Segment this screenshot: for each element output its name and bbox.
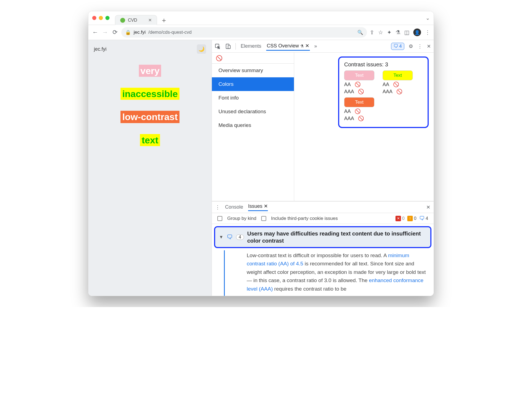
prohibited-icon: 🚫	[355, 81, 361, 87]
search-icon[interactable]: 🔍	[357, 30, 363, 35]
flask-icon: ⚗	[300, 44, 304, 48]
window-controls	[92, 16, 110, 20]
issues-counter[interactable]: 🗨4	[391, 43, 404, 50]
reload-button[interactable]: ⟳	[111, 29, 119, 36]
prohibited-icon: 🚫	[358, 89, 364, 95]
kebab-menu-icon[interactable]: ⋮	[417, 43, 422, 49]
settings-icon[interactable]: ⚙	[409, 43, 413, 49]
tab-elements[interactable]: Elements	[240, 42, 262, 50]
prohibited-icon: 🚫	[358, 115, 364, 121]
tab-issues[interactable]: Issues ✕	[248, 203, 268, 211]
close-devtools-icon[interactable]: ✕	[427, 43, 431, 49]
close-drawer-icon[interactable]: ✕	[426, 204, 430, 210]
panel-icon[interactable]: ◫	[404, 29, 409, 36]
svg-rect-2	[228, 45, 230, 49]
sidebar-item-colors[interactable]: Colors	[212, 77, 294, 91]
rendered-page: jec.fyi 🌙 very inaccessible low-contrast…	[88, 40, 212, 296]
close-icon[interactable]: ✕	[264, 203, 268, 209]
sample-text: very	[139, 65, 161, 77]
browser-tab[interactable]: CVD ✕	[115, 15, 157, 25]
lock-icon: 🔒	[125, 30, 131, 35]
theme-toggle[interactable]: 🌙	[197, 44, 206, 54]
sample-text: inaccessible	[120, 88, 179, 100]
devtools-toolbar: Elements CSS Overview ⚗ ✕ » 🗨4 ⚙ ⋮ ✕	[212, 40, 434, 53]
extensions-icon[interactable]: ✦	[387, 29, 392, 36]
warning-icon: !	[407, 216, 413, 221]
inspect-icon[interactable]	[215, 43, 221, 49]
sidebar-item-unused-declarations[interactable]: Unused declarations	[212, 105, 294, 118]
issue-icon: 🗨	[227, 234, 233, 241]
error-icon: ✕	[395, 216, 401, 221]
clear-icon[interactable]: 🚫	[212, 53, 294, 64]
issue-row[interactable]: ▼ 🗨 4 Users may have difficulties readin…	[214, 226, 431, 248]
forward-button[interactable]: →	[102, 29, 109, 36]
issue-count-badge: 4	[236, 234, 244, 240]
url-path: /demo/cds-quest-cvd	[148, 30, 192, 35]
contrast-swatch[interactable]: Text	[383, 70, 413, 80]
device-icon[interactable]	[225, 43, 231, 49]
bookmark-icon[interactable]: ☆	[378, 29, 383, 36]
devtools-drawer: ⋮ Console Issues ✕ ✕ Group by kind Inclu…	[212, 201, 434, 296]
close-icon[interactable]: ✕	[305, 43, 309, 49]
issue-title: Users may have difficulties reading text…	[247, 230, 426, 244]
sample-text: low-contrast	[120, 111, 179, 123]
zoom-window-button[interactable]	[105, 16, 110, 20]
url-input[interactable]: 🔒 jec.fyi/demo/cds-quest-cvd 🔍	[121, 27, 367, 38]
labs-icon[interactable]: ⚗	[395, 29, 400, 36]
sidebar-item-media-queries[interactable]: Media queries	[212, 118, 294, 132]
close-window-button[interactable]	[92, 16, 96, 20]
label-include-third-party: Include third-party cookie issues	[271, 216, 338, 221]
devtools-panel: Elements CSS Overview ⚗ ✕ » 🗨4 ⚙ ⋮ ✕ 🚫 O…	[212, 40, 434, 296]
share-icon[interactable]: ⇪	[370, 29, 374, 36]
css-overview-detail: Contrast issues: 3 Text AA🚫 AAA🚫 Text AA…	[294, 53, 434, 201]
tab-title: CVD	[128, 18, 137, 23]
contrast-swatch[interactable]: Text	[344, 97, 374, 107]
css-overview-sidebar: 🚫 Overview summary Colors Font info Unus…	[212, 53, 294, 201]
site-name: jec.fyi	[94, 46, 106, 52]
browser-window: CVD ✕ + ⌄ ← → ⟳ 🔒 jec.fyi/demo/cds-quest…	[88, 11, 434, 296]
content-area: jec.fyi 🌙 very inaccessible low-contrast…	[88, 40, 434, 296]
more-tabs-icon[interactable]: »	[314, 43, 317, 49]
tab-css-overview[interactable]: CSS Overview ⚗ ✕	[266, 42, 310, 51]
titlebar: CVD ✕ + ⌄	[88, 11, 434, 25]
contrast-swatch[interactable]: Text	[344, 70, 374, 80]
contrast-issues-box: Contrast issues: 3 Text AA🚫 AAA🚫 Text AA…	[338, 56, 429, 128]
menu-icon[interactable]: ⋮	[425, 29, 430, 36]
new-tab-button[interactable]: +	[159, 16, 169, 25]
label-group-by-kind: Group by kind	[227, 216, 256, 221]
prohibited-icon: 🚫	[396, 89, 402, 95]
issue-icon: 🗨	[394, 44, 398, 49]
contrast-issues-title: Contrast issues: 3	[344, 61, 423, 68]
tab-console[interactable]: Console	[225, 204, 243, 210]
checkbox-include-third-party[interactable]	[261, 216, 266, 221]
sidebar-item-overview-summary[interactable]: Overview summary	[212, 64, 294, 77]
minimize-window-button[interactable]	[99, 16, 103, 20]
favicon	[120, 18, 125, 23]
profile-avatar[interactable]: 👤	[413, 29, 421, 36]
sample-text: text	[140, 134, 160, 146]
info-icon: 🗨	[419, 215, 425, 222]
back-button[interactable]: ←	[92, 29, 99, 36]
prohibited-icon: 🚫	[355, 108, 361, 114]
tabs-overflow-icon[interactable]: ⌄	[426, 15, 430, 21]
url-domain: jec.fyi	[134, 30, 145, 35]
prohibited-icon: 🚫	[393, 81, 399, 87]
close-tab-icon[interactable]: ✕	[148, 18, 152, 23]
checkbox-group-by-kind[interactable]	[217, 216, 222, 221]
sidebar-item-font-info[interactable]: Font info	[212, 91, 294, 105]
issue-description: Low-contrast text is difficult or imposs…	[224, 250, 434, 296]
drawer-menu-icon[interactable]: ⋮	[215, 204, 220, 210]
disclosure-triangle-icon[interactable]: ▼	[219, 235, 223, 240]
address-bar: ← → ⟳ 🔒 jec.fyi/demo/cds-quest-cvd 🔍 ⇪ ☆…	[88, 25, 434, 40]
